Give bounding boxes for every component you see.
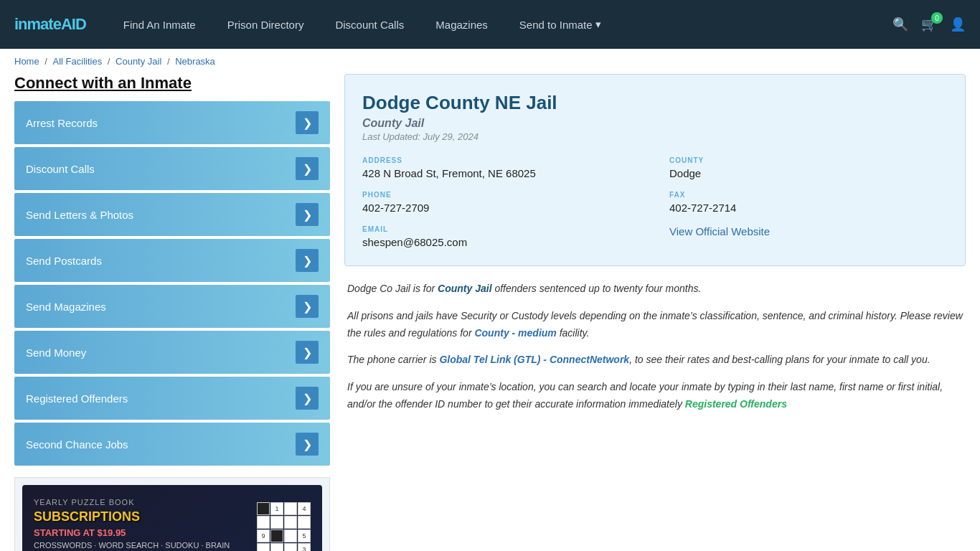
nav-send-to-inmate[interactable]: Send to Inmate ▾ bbox=[504, 18, 617, 31]
cart-icon[interactable]: 🛒 0 bbox=[921, 17, 937, 32]
phone-label: PHONE bbox=[362, 191, 641, 199]
address-label: ADDRESS bbox=[362, 156, 641, 164]
puzzle-grid: 14 95 3 bbox=[257, 496, 311, 551]
main-layout: Connect with an Inmate Arrest Records ❯ … bbox=[0, 74, 980, 551]
breadcrumb-county-jail[interactable]: County Jail bbox=[116, 56, 161, 67]
cart-badge: 0 bbox=[931, 12, 943, 24]
chevron-down-icon: ▾ bbox=[595, 18, 601, 31]
phone-block: PHONE 402-727-2709 bbox=[362, 191, 641, 214]
address-block: ADDRESS 428 N Broad St, Fremont, NE 6802… bbox=[362, 156, 641, 179]
breadcrumb-home[interactable]: Home bbox=[14, 56, 39, 67]
ad-block[interactable]: YEARLY PUZZLE BOOK SUBSCRIPTIONS STARTIN… bbox=[14, 477, 330, 551]
sidebar-arrest-records[interactable]: Arrest Records ❯ bbox=[14, 101, 330, 144]
arrow-icon: ❯ bbox=[296, 341, 319, 364]
sidebar-second-chance-jobs[interactable]: Second Chance Jobs ❯ bbox=[14, 423, 330, 466]
breadcrumb: Home / All Facilities / County Jail / Ne… bbox=[0, 49, 980, 74]
sidebar-registered-offenders[interactable]: Registered Offenders ❯ bbox=[14, 377, 330, 420]
arrow-icon: ❯ bbox=[296, 111, 319, 134]
email-value: shespen@68025.com bbox=[362, 236, 641, 248]
header-icons: 🔍 🛒 0 👤 bbox=[892, 17, 966, 32]
facility-info-grid: ADDRESS 428 N Broad St, Fremont, NE 6802… bbox=[362, 156, 948, 248]
arrow-icon: ❯ bbox=[296, 295, 319, 318]
ad-heading: SUBSCRIPTIONS bbox=[34, 509, 250, 524]
desc-para-4: If you are unsure of your inmate’s locat… bbox=[347, 379, 963, 413]
sidebar-send-letters[interactable]: Send Letters & Photos ❯ bbox=[14, 193, 330, 236]
header: inmateAID Find An Inmate Prison Director… bbox=[0, 0, 980, 49]
email-label: EMAIL bbox=[362, 225, 641, 233]
nav-find-inmate[interactable]: Find An Inmate bbox=[108, 19, 212, 31]
logo-text: inmateAID bbox=[14, 15, 86, 34]
arrow-icon: ❯ bbox=[296, 249, 319, 272]
user-icon[interactable]: 👤 bbox=[950, 17, 966, 32]
arrow-icon: ❯ bbox=[296, 203, 319, 226]
ad-inner: YEARLY PUZZLE BOOK SUBSCRIPTIONS STARTIN… bbox=[22, 485, 322, 551]
sidebar-discount-calls[interactable]: Discount Calls ❯ bbox=[14, 147, 330, 190]
description-section: Dodge Co Jail is for County Jail offende… bbox=[344, 281, 966, 413]
desc-para-1: Dodge Co Jail is for County Jail offende… bbox=[347, 281, 963, 298]
sidebar-send-magazines[interactable]: Send Magazines ❯ bbox=[14, 285, 330, 328]
county-value: Dodge bbox=[669, 167, 948, 179]
ad-description: CROSSWORDS · WORD SEARCH · SUDOKU · BRAI… bbox=[34, 541, 250, 552]
main-nav: Find An Inmate Prison Directory Discount… bbox=[108, 18, 892, 31]
fax-label: FAX bbox=[669, 191, 948, 199]
email-block: EMAIL shespen@68025.com bbox=[362, 225, 641, 248]
nav-discount-calls[interactable]: Discount Calls bbox=[319, 19, 420, 31]
main-content: Dodge County NE Jail County Jail Last Up… bbox=[344, 74, 966, 551]
desc-para-2: All prisons and jails have Security or C… bbox=[347, 308, 963, 342]
facility-type: County Jail bbox=[362, 117, 948, 130]
arrow-icon: ❯ bbox=[296, 157, 319, 180]
desc-para-3: The phone carrier is Global Tel Link (GT… bbox=[347, 352, 963, 369]
sidebar: Connect with an Inmate Arrest Records ❯ … bbox=[14, 74, 330, 551]
search-icon[interactable]: 🔍 bbox=[892, 17, 908, 32]
facility-last-updated: Last Updated: July 29, 2024 bbox=[362, 131, 948, 142]
sidebar-title: Connect with an Inmate bbox=[14, 74, 330, 93]
facility-card: Dodge County NE Jail County Jail Last Up… bbox=[344, 74, 966, 266]
sidebar-send-postcards[interactable]: Send Postcards ❯ bbox=[14, 239, 330, 282]
county-block: COUNTY Dodge bbox=[669, 156, 948, 179]
county-label: COUNTY bbox=[669, 156, 948, 164]
breadcrumb-nebraska[interactable]: Nebraska bbox=[175, 56, 215, 67]
website-block: View Official Website bbox=[669, 225, 948, 248]
ad-eyebrow: YEARLY PUZZLE BOOK bbox=[34, 498, 250, 507]
arrow-icon: ❯ bbox=[296, 387, 319, 410]
breadcrumb-all-facilities[interactable]: All Facilities bbox=[53, 56, 103, 67]
address-value: 428 N Broad St, Fremont, NE 68025 bbox=[362, 167, 641, 179]
sidebar-send-money[interactable]: Send Money ❯ bbox=[14, 331, 330, 374]
ad-subheading: STARTING AT $19.95 bbox=[34, 527, 250, 538]
fax-value: 402-727-2714 bbox=[669, 202, 948, 214]
fax-block: FAX 402-727-2714 bbox=[669, 191, 948, 214]
nav-magazines[interactable]: Magazines bbox=[420, 19, 504, 31]
phone-value: 402-727-2709 bbox=[362, 202, 641, 214]
view-official-website-link[interactable]: View Official Website bbox=[669, 225, 770, 237]
arrow-icon: ❯ bbox=[296, 433, 319, 456]
nav-prison-directory[interactable]: Prison Directory bbox=[212, 19, 320, 31]
logo[interactable]: inmateAID bbox=[14, 15, 86, 34]
facility-name: Dodge County NE Jail bbox=[362, 92, 948, 114]
